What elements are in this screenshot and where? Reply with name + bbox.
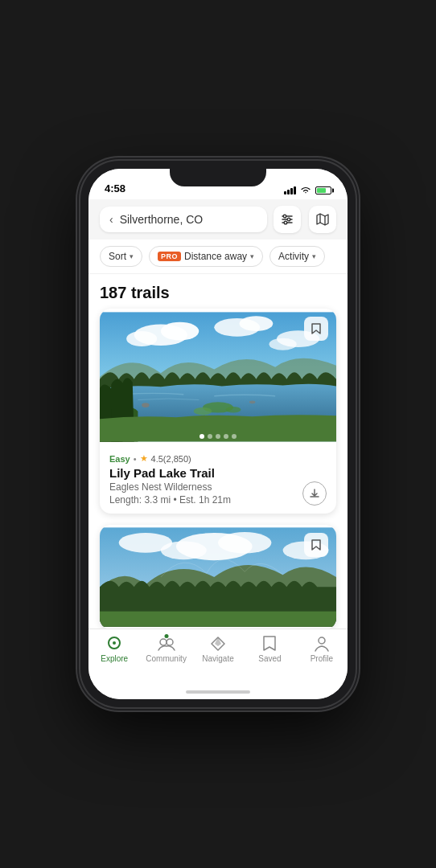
svg-point-31 — [167, 639, 173, 645]
trail-details-1: Length: 3.3 mi • Est. 1h 21m — [109, 494, 327, 506]
distance-filter[interactable]: PRO Distance away ▾ — [149, 246, 263, 267]
trail-meta-1: Easy • ★ 4.5(2,850) — [109, 453, 327, 464]
filter-row: Sort ▾ PRO Distance away ▾ Activity ▾ — [88, 240, 348, 274]
home-indicator — [88, 685, 348, 699]
svg-point-17 — [194, 407, 212, 415]
trail-info-1: Easy • ★ 4.5(2,850) Lily Pad Lake Trail … — [100, 445, 336, 514]
svg-point-23 — [218, 532, 271, 554]
explore-icon — [105, 636, 124, 652]
trail-card-2[interactable] — [100, 525, 336, 628]
length-value: 3.3 mi — [144, 494, 171, 506]
download-button-1[interactable] — [302, 481, 327, 506]
trail-count-section: 187 trails — [88, 274, 348, 309]
nav-navigate[interactable]: Navigate — [192, 636, 244, 663]
bookmark-icon-1 — [311, 322, 322, 335]
bookmark-button-1[interactable] — [304, 317, 328, 341]
svg-point-13 — [240, 316, 274, 331]
sliders-icon — [280, 212, 294, 227]
nav-explore[interactable]: Explore — [88, 636, 140, 663]
svg-point-20 — [249, 400, 256, 403]
svg-point-25 — [119, 533, 172, 553]
svg-point-4 — [287, 218, 290, 221]
signal-icon — [284, 186, 296, 194]
est-time-value: 1h 21m — [199, 494, 231, 506]
image-dots — [199, 434, 237, 439]
trail-photo-2 — [100, 525, 336, 628]
wifi-icon — [300, 186, 311, 194]
saved-label: Saved — [258, 654, 281, 663]
header-icons — [274, 206, 336, 233]
svg-point-29 — [113, 641, 116, 645]
trail-location-1: Eagles Nest Wilderness — [109, 481, 327, 493]
bookmark-icon-2 — [311, 538, 322, 551]
activity-label: Activity — [278, 251, 309, 262]
nav-profile[interactable]: Profile — [296, 636, 348, 663]
status-time: 4:58 — [105, 182, 125, 194]
map-icon — [315, 212, 330, 227]
svg-point-3 — [283, 215, 286, 218]
svg-point-15 — [269, 338, 297, 350]
profile-label: Profile — [311, 654, 333, 663]
bottom-nav: Explore Community — [88, 628, 348, 685]
dot-2 — [208, 434, 212, 439]
search-bar[interactable]: ‹ Silverthorne, CO — [100, 207, 267, 232]
trail-count: 187 trails — [100, 284, 170, 301]
download-icon — [309, 488, 320, 499]
dot-4 — [224, 434, 228, 439]
navigate-label: Navigate — [202, 654, 233, 663]
screen-content[interactable]: ‹ Silverthorne, CO — [88, 199, 348, 628]
svg-point-30 — [160, 639, 167, 645]
home-bar — [186, 690, 250, 694]
trail-name-1: Lily Pad Lake Trail — [109, 466, 327, 480]
community-label: Community — [146, 654, 187, 663]
pro-badge: PRO — [158, 252, 181, 261]
length-label: Length: — [109, 494, 144, 506]
dot-3 — [216, 434, 220, 439]
svg-point-5 — [284, 221, 287, 224]
map-view-button[interactable] — [309, 206, 336, 233]
phone-frame: 4:58 — [80, 161, 356, 707]
svg-point-18 — [225, 407, 241, 413]
svg-point-32 — [319, 637, 325, 644]
activity-filter[interactable]: Activity ▾ — [269, 246, 325, 267]
difficulty-badge: Easy — [109, 454, 130, 464]
notch — [170, 169, 266, 186]
nav-community[interactable]: Community — [140, 636, 191, 663]
dot-5 — [232, 434, 237, 439]
svg-point-10 — [161, 322, 199, 341]
explore-label: Explore — [101, 654, 128, 663]
svg-point-19 — [142, 403, 149, 407]
community-icon — [157, 636, 176, 652]
location-text: Silverthorne, CO — [120, 213, 257, 226]
bookmark-button-2[interactable] — [304, 533, 328, 557]
svg-rect-27 — [100, 612, 336, 627]
details-sep: • Est. — [173, 494, 199, 506]
status-icons — [284, 186, 331, 194]
dot-1 — [199, 434, 204, 439]
sort-label: Sort — [109, 251, 126, 262]
svg-point-11 — [126, 331, 157, 346]
distance-chevron: ▾ — [250, 252, 254, 260]
rating-text: 4.5(2,850) — [151, 454, 191, 464]
search-header: ‹ Silverthorne, CO — [88, 199, 348, 240]
filter-settings-button[interactable] — [274, 206, 301, 233]
sort-filter[interactable]: Sort ▾ — [100, 246, 142, 267]
activity-chevron: ▾ — [312, 252, 316, 260]
sort-chevron: ▾ — [130, 252, 134, 260]
trail-card-1[interactable]: Easy • ★ 4.5(2,850) Lily Pad Lake Trail … — [100, 309, 336, 514]
navigate-icon — [208, 636, 228, 652]
back-arrow-icon[interactable]: ‹ — [109, 213, 113, 226]
distance-label: Distance away — [184, 251, 247, 262]
profile-icon — [312, 636, 331, 652]
battery-icon — [315, 186, 331, 194]
star-icon: ★ — [140, 453, 148, 464]
saved-icon — [260, 636, 279, 652]
separator: • — [134, 454, 137, 464]
community-notification-dot — [164, 634, 168, 638]
phone-screen: 4:58 — [88, 169, 348, 699]
trail-photo-1 — [100, 309, 336, 445]
nav-saved[interactable]: Saved — [244, 636, 295, 663]
trail-image-1 — [100, 309, 336, 445]
